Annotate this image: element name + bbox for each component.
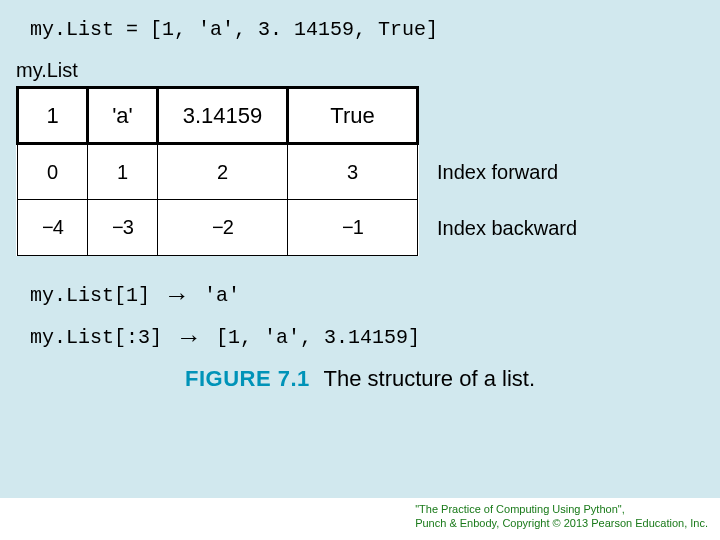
index-forward-label: Index forward bbox=[437, 144, 577, 200]
example-result: [1, 'a', 3.14159] bbox=[216, 326, 420, 349]
cell-value: True bbox=[288, 88, 418, 144]
figure-caption: FIGURE 7.1 The structure of a list. bbox=[0, 366, 720, 392]
example-result: 'a' bbox=[204, 284, 240, 307]
cell-value: 'a' bbox=[88, 88, 158, 144]
variable-name-label: my.List bbox=[16, 59, 720, 82]
credit-line: "The Practice of Computing Using Python"… bbox=[415, 502, 708, 516]
cell-index: −3 bbox=[88, 200, 158, 256]
cell-index: 2 bbox=[158, 144, 288, 200]
arrow-icon: → bbox=[176, 324, 202, 350]
footer: "The Practice of Computing Using Python"… bbox=[0, 498, 720, 540]
index-backward-row: −4 −3 −2 −1 bbox=[18, 200, 418, 256]
examples: my.List[1] → 'a' my.List[:3] → [1, 'a', … bbox=[30, 282, 720, 350]
values-row: 1 'a' 3.14159 True bbox=[18, 88, 418, 144]
cell-value: 3.14159 bbox=[158, 88, 288, 144]
credit-line: Punch & Enbody, Copyright © 2013 Pearson… bbox=[415, 516, 708, 530]
figure-label: FIGURE 7.1 bbox=[185, 366, 310, 391]
figure-title: The structure of a list. bbox=[324, 366, 536, 391]
arrow-icon: → bbox=[164, 282, 190, 308]
cell-index: 3 bbox=[288, 144, 418, 200]
cell-index: −2 bbox=[158, 200, 288, 256]
example-row: my.List[:3] → [1, 'a', 3.14159] bbox=[30, 324, 720, 350]
figure-panel: my.List = [1, 'a', 3. 14159, True] my.Li… bbox=[0, 0, 720, 498]
index-backward-label: Index backward bbox=[437, 200, 577, 256]
row-labels: Index forward Index backward bbox=[437, 86, 577, 256]
example-expr: my.List[:3] bbox=[30, 326, 162, 349]
list-table: 1 'a' 3.14159 True 0 1 2 3 −4 −3 −2 −1 bbox=[16, 86, 419, 256]
example-row: my.List[1] → 'a' bbox=[30, 282, 720, 308]
cell-index: −4 bbox=[18, 200, 88, 256]
code-declaration: my.List = [1, 'a', 3. 14159, True] bbox=[30, 18, 720, 41]
cell-index: 1 bbox=[88, 144, 158, 200]
cell-value: 1 bbox=[18, 88, 88, 144]
index-forward-row: 0 1 2 3 bbox=[18, 144, 418, 200]
cell-index: −1 bbox=[288, 200, 418, 256]
copyright-text: "The Practice of Computing Using Python"… bbox=[415, 502, 708, 531]
table-wrap: 1 'a' 3.14159 True 0 1 2 3 −4 −3 −2 −1 I… bbox=[16, 86, 720, 256]
cell-index: 0 bbox=[18, 144, 88, 200]
example-expr: my.List[1] bbox=[30, 284, 150, 307]
